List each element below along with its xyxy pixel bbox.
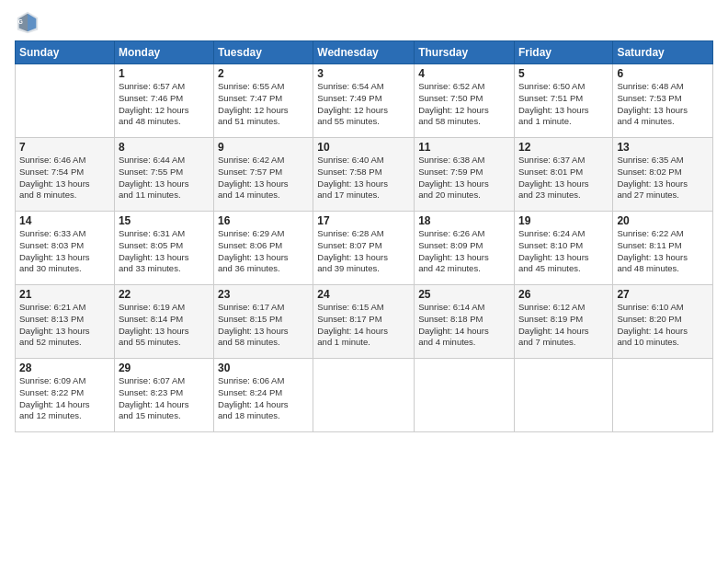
calendar-cell: 30Sunrise: 6:06 AM Sunset: 8:24 PM Dayli… xyxy=(214,359,313,432)
day-header-wednesday: Wednesday xyxy=(313,41,415,64)
calendar-header-row: SundayMondayTuesdayWednesdayThursdayFrid… xyxy=(16,41,713,64)
calendar-cell: 28Sunrise: 6:09 AM Sunset: 8:22 PM Dayli… xyxy=(16,359,115,432)
day-info: Sunrise: 6:33 AM Sunset: 8:03 PM Dayligh… xyxy=(19,228,110,275)
calendar-cell: 5Sunrise: 6:50 AM Sunset: 7:51 PM Daylig… xyxy=(514,64,612,138)
day-number: 8 xyxy=(119,141,210,154)
day-info: Sunrise: 6:44 AM Sunset: 7:55 PM Dayligh… xyxy=(119,155,210,201)
day-number: 28 xyxy=(19,362,110,374)
day-number: 16 xyxy=(218,214,309,227)
calendar-cell xyxy=(313,359,415,432)
day-number: 17 xyxy=(317,214,410,227)
day-header-monday: Monday xyxy=(114,41,213,64)
day-info: Sunrise: 6:14 AM Sunset: 8:18 PM Dayligh… xyxy=(418,302,510,349)
calendar-cell: 25Sunrise: 6:14 AM Sunset: 8:18 PM Dayli… xyxy=(415,285,515,359)
calendar-cell: 14Sunrise: 6:33 AM Sunset: 8:03 PM Dayli… xyxy=(16,212,115,285)
day-number: 11 xyxy=(418,141,510,154)
day-info: Sunrise: 6:38 AM Sunset: 7:59 PM Dayligh… xyxy=(418,155,510,201)
calendar-cell: 3Sunrise: 6:54 AM Sunset: 7:49 PM Daylig… xyxy=(313,64,415,138)
day-number: 2 xyxy=(218,67,309,80)
calendar-cell: 13Sunrise: 6:35 AM Sunset: 8:02 PM Dayli… xyxy=(613,138,713,212)
calendar-cell xyxy=(514,359,612,432)
day-number: 23 xyxy=(218,288,309,301)
calendar-cell: 23Sunrise: 6:17 AM Sunset: 8:15 PM Dayli… xyxy=(214,285,313,359)
day-number: 19 xyxy=(518,214,609,227)
day-number: 7 xyxy=(19,141,110,154)
calendar-cell: 9Sunrise: 6:42 AM Sunset: 7:57 PM Daylig… xyxy=(214,138,313,212)
calendar-cell: 19Sunrise: 6:24 AM Sunset: 8:10 PM Dayli… xyxy=(514,212,612,285)
svg-text:G: G xyxy=(18,18,23,25)
day-info: Sunrise: 6:42 AM Sunset: 7:57 PM Dayligh… xyxy=(218,155,309,201)
day-info: Sunrise: 6:06 AM Sunset: 8:24 PM Dayligh… xyxy=(218,375,309,422)
day-header-tuesday: Tuesday xyxy=(214,41,313,64)
calendar-cell: 20Sunrise: 6:22 AM Sunset: 8:11 PM Dayli… xyxy=(613,212,713,285)
calendar-table: SundayMondayTuesdayWednesdayThursdayFrid… xyxy=(15,40,713,432)
day-info: Sunrise: 6:35 AM Sunset: 8:02 PM Dayligh… xyxy=(617,155,709,201)
day-info: Sunrise: 6:46 AM Sunset: 7:54 PM Dayligh… xyxy=(19,155,110,201)
calendar-cell: 26Sunrise: 6:12 AM Sunset: 8:19 PM Dayli… xyxy=(514,285,612,359)
page-container: G SundayMondayTuesdayWednesdayThursdayFr… xyxy=(0,0,728,440)
day-number: 9 xyxy=(218,141,309,154)
day-info: Sunrise: 6:48 AM Sunset: 7:53 PM Dayligh… xyxy=(617,81,709,128)
day-info: Sunrise: 6:26 AM Sunset: 8:09 PM Dayligh… xyxy=(418,228,510,275)
day-info: Sunrise: 6:15 AM Sunset: 8:17 PM Dayligh… xyxy=(317,302,410,349)
calendar-cell: 24Sunrise: 6:15 AM Sunset: 8:17 PM Dayli… xyxy=(313,285,415,359)
day-number: 1 xyxy=(119,67,210,80)
calendar-cell: 16Sunrise: 6:29 AM Sunset: 8:06 PM Dayli… xyxy=(214,212,313,285)
header: G xyxy=(15,9,713,35)
calendar-cell: 6Sunrise: 6:48 AM Sunset: 7:53 PM Daylig… xyxy=(613,64,713,138)
calendar-cell: 21Sunrise: 6:21 AM Sunset: 8:13 PM Dayli… xyxy=(16,285,115,359)
day-info: Sunrise: 6:57 AM Sunset: 7:46 PM Dayligh… xyxy=(119,81,210,128)
calendar-cell: 11Sunrise: 6:38 AM Sunset: 7:59 PM Dayli… xyxy=(415,138,515,212)
day-number: 5 xyxy=(518,67,609,80)
day-info: Sunrise: 6:22 AM Sunset: 8:11 PM Dayligh… xyxy=(617,228,709,275)
day-number: 18 xyxy=(418,214,510,227)
day-info: Sunrise: 6:24 AM Sunset: 8:10 PM Dayligh… xyxy=(518,228,609,275)
calendar-week-4: 21Sunrise: 6:21 AM Sunset: 8:13 PM Dayli… xyxy=(16,285,713,359)
day-number: 24 xyxy=(317,288,410,301)
calendar-cell: 8Sunrise: 6:44 AM Sunset: 7:55 PM Daylig… xyxy=(114,138,213,212)
day-info: Sunrise: 6:12 AM Sunset: 8:19 PM Dayligh… xyxy=(518,302,609,349)
calendar-week-1: 1Sunrise: 6:57 AM Sunset: 7:46 PM Daylig… xyxy=(16,64,713,138)
day-number: 29 xyxy=(119,362,210,374)
calendar-cell: 12Sunrise: 6:37 AM Sunset: 8:01 PM Dayli… xyxy=(514,138,612,212)
day-info: Sunrise: 6:19 AM Sunset: 8:14 PM Dayligh… xyxy=(119,302,210,349)
day-info: Sunrise: 6:29 AM Sunset: 8:06 PM Dayligh… xyxy=(218,228,309,275)
day-number: 26 xyxy=(518,288,609,301)
day-info: Sunrise: 6:55 AM Sunset: 7:47 PM Dayligh… xyxy=(218,81,309,128)
day-info: Sunrise: 6:07 AM Sunset: 8:23 PM Dayligh… xyxy=(119,375,210,422)
day-number: 15 xyxy=(119,214,210,227)
day-header-friday: Friday xyxy=(514,41,612,64)
day-info: Sunrise: 6:40 AM Sunset: 7:58 PM Dayligh… xyxy=(317,155,410,201)
day-header-saturday: Saturday xyxy=(613,41,713,64)
day-info: Sunrise: 6:17 AM Sunset: 8:15 PM Dayligh… xyxy=(218,302,309,349)
day-info: Sunrise: 6:28 AM Sunset: 8:07 PM Dayligh… xyxy=(317,228,410,275)
day-info: Sunrise: 6:09 AM Sunset: 8:22 PM Dayligh… xyxy=(19,375,110,422)
day-number: 20 xyxy=(617,214,709,227)
day-info: Sunrise: 6:21 AM Sunset: 8:13 PM Dayligh… xyxy=(19,302,110,349)
calendar-cell: 18Sunrise: 6:26 AM Sunset: 8:09 PM Dayli… xyxy=(415,212,515,285)
calendar-cell: 17Sunrise: 6:28 AM Sunset: 8:07 PM Dayli… xyxy=(313,212,415,285)
day-number: 14 xyxy=(19,214,110,227)
day-info: Sunrise: 6:52 AM Sunset: 7:50 PM Dayligh… xyxy=(418,81,510,128)
calendar-week-2: 7Sunrise: 6:46 AM Sunset: 7:54 PM Daylig… xyxy=(16,138,713,212)
day-number: 25 xyxy=(418,288,510,301)
calendar-cell: 1Sunrise: 6:57 AM Sunset: 7:46 PM Daylig… xyxy=(114,64,213,138)
calendar-cell: 7Sunrise: 6:46 AM Sunset: 7:54 PM Daylig… xyxy=(16,138,115,212)
day-number: 6 xyxy=(617,67,709,80)
calendar-cell: 4Sunrise: 6:52 AM Sunset: 7:50 PM Daylig… xyxy=(415,64,515,138)
day-number: 4 xyxy=(418,67,510,80)
calendar-cell xyxy=(613,359,713,432)
day-number: 21 xyxy=(19,288,110,301)
calendar-cell xyxy=(16,64,115,138)
day-info: Sunrise: 6:10 AM Sunset: 8:20 PM Dayligh… xyxy=(617,302,709,349)
calendar-week-3: 14Sunrise: 6:33 AM Sunset: 8:03 PM Dayli… xyxy=(16,212,713,285)
calendar-cell: 29Sunrise: 6:07 AM Sunset: 8:23 PM Dayli… xyxy=(114,359,213,432)
calendar-cell: 22Sunrise: 6:19 AM Sunset: 8:14 PM Dayli… xyxy=(114,285,213,359)
day-info: Sunrise: 6:54 AM Sunset: 7:49 PM Dayligh… xyxy=(317,81,410,128)
day-info: Sunrise: 6:37 AM Sunset: 8:01 PM Dayligh… xyxy=(518,155,609,201)
day-number: 22 xyxy=(119,288,210,301)
day-number: 12 xyxy=(518,141,609,154)
day-header-thursday: Thursday xyxy=(415,41,515,64)
logo: G xyxy=(15,9,44,35)
calendar-cell: 27Sunrise: 6:10 AM Sunset: 8:20 PM Dayli… xyxy=(613,285,713,359)
